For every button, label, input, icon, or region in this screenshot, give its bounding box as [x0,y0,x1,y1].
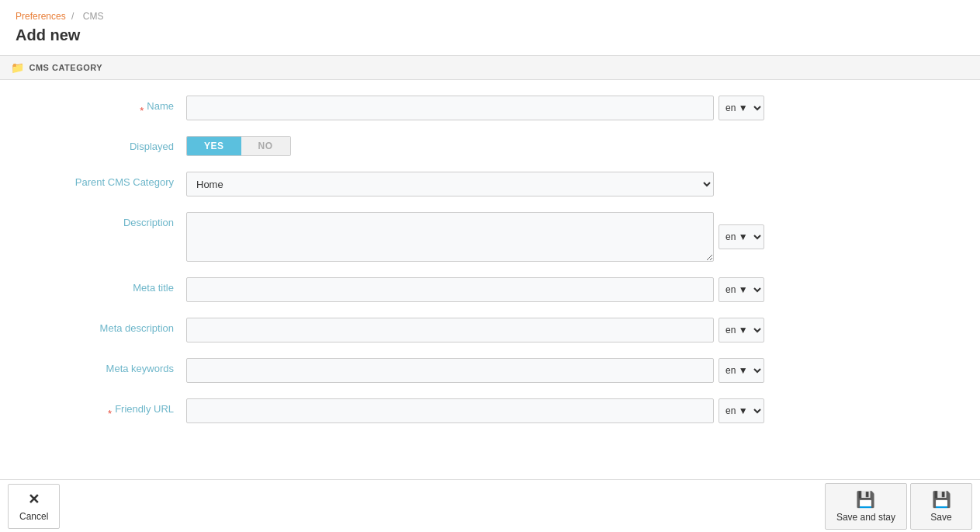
meta-title-label: Meta title [16,277,186,294]
cancel-button[interactable]: ✕ Cancel [8,484,60,517]
save-button[interactable]: 💾 Save [910,483,972,517]
description-lang-select[interactable]: en ▼ [719,224,764,249]
description-control-wrap: en ▼ [186,212,964,262]
breadcrumb: Preferences / CMS [0,0,980,25]
friendly-url-input[interactable] [186,398,714,423]
friendly-url-required-star: * [108,408,112,419]
save-and-stay-label: Save and stay [836,512,895,517]
cms-category-form: * Name en ▼ Displayed YES NO Parent CM [0,80,980,454]
yes-button[interactable]: YES [187,137,241,155]
friendly-url-lang-select[interactable]: en ▼ [719,398,764,423]
displayed-toggle-group: YES NO [186,136,291,156]
friendly-url-control-wrap: en ▼ [186,398,964,423]
page-title: Add new [0,25,980,55]
friendly-url-row: * Friendly URL en ▼ [0,398,980,423]
breadcrumb-parent[interactable]: Preferences [16,11,66,22]
description-label: Description [16,212,186,228]
meta-keywords-lang-select[interactable]: en ▼ [719,358,764,383]
parent-category-control-wrap: Home [186,172,964,196]
meta-description-lang-select[interactable]: en ▼ [719,318,764,342]
displayed-label: Displayed [16,136,186,152]
breadcrumb-separator: / [71,11,74,22]
breadcrumb-current: CMS [83,11,104,22]
meta-description-control-wrap: en ▼ [186,318,964,342]
name-control-wrap: en ▼ [186,96,964,120]
meta-keywords-input[interactable] [186,358,714,383]
folder-icon: 📁 [11,61,25,74]
meta-description-input[interactable] [186,318,714,342]
footer-right: 💾 Save and stay 💾 Save [825,483,972,517]
save-label: Save [930,512,951,517]
save-and-stay-button[interactable]: 💾 Save and stay [825,483,907,517]
meta-keywords-control-wrap: en ▼ [186,358,964,383]
save-icon: 💾 [932,490,951,509]
description-input[interactable] [186,212,714,262]
meta-title-input[interactable] [186,277,714,302]
parent-category-select[interactable]: Home [186,172,714,196]
parent-category-row: Parent CMS Category Home [0,172,980,196]
parent-category-label: Parent CMS Category [16,172,186,188]
name-label: * Name [16,96,186,116]
cancel-label: Cancel [19,511,48,517]
meta-keywords-label: Meta keywords [16,358,186,374]
displayed-row: Displayed YES NO [0,136,980,156]
name-row: * Name en ▼ [0,96,980,120]
footer-left: ✕ Cancel [8,484,60,517]
name-lang-select[interactable]: en ▼ [719,96,764,120]
meta-title-row: Meta title en ▼ [0,277,980,302]
meta-keywords-row: Meta keywords en ▼ [0,358,980,383]
meta-description-label: Meta description [16,318,186,334]
section-header: 📁 CMS CATEGORY [0,55,980,80]
meta-title-lang-select[interactable]: en ▼ [719,277,764,302]
name-required-star: * [140,105,144,116]
cancel-icon: ✕ [28,491,40,508]
displayed-control-wrap: YES NO [186,136,964,156]
save-stay-icon: 💾 [856,490,875,509]
friendly-url-label: * Friendly URL [16,398,186,419]
meta-description-row: Meta description en ▼ [0,318,980,342]
description-row: Description en ▼ [0,212,980,262]
meta-title-control-wrap: en ▼ [186,277,964,302]
no-button[interactable]: NO [241,137,290,155]
name-input[interactable] [186,96,714,120]
section-label: CMS CATEGORY [29,63,103,72]
footer-bar: ✕ Cancel 💾 Save and stay 💾 Save [0,479,980,516]
